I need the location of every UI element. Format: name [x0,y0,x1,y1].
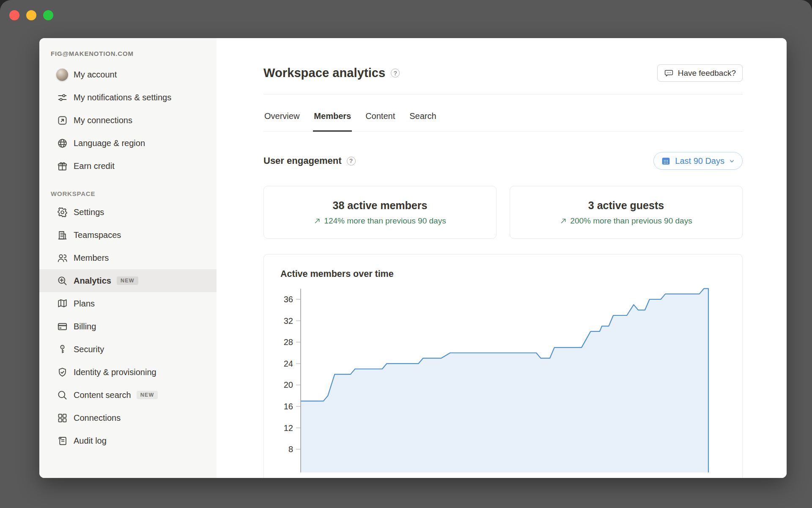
sidebar-item-identity-provisioning[interactable]: Identity & provisioning [39,361,217,384]
stat-delta-text: 200% more than previous 90 days [570,216,692,226]
active-members-card: 38 active members 124% more than previou… [263,186,497,239]
building-icon [56,229,68,241]
sidebar-item-settings[interactable]: Settings [39,201,217,224]
credit-card-icon [56,320,68,332]
active-members-chart-card: Active members over time 812162024283236 [263,254,743,478]
zoom-window-button[interactable] [43,10,53,20]
analytics-main-panel: Workspace analytics ? Have feedback? Ove… [217,38,787,478]
arrow-up-right-box-icon [56,114,68,126]
svg-text:12: 12 [284,423,293,433]
shield-check-icon [56,366,68,378]
gift-icon [56,160,68,172]
sidebar-item-analytics[interactable]: Analytics NEW [39,269,217,292]
sidebar-item-language-region[interactable]: Language & region [39,132,217,155]
globe-icon [56,137,68,149]
date-range-dropdown[interactable]: Last 90 Days [653,152,743,170]
sidebar-item-plans[interactable]: Plans [39,292,217,315]
sidebar-item-billing[interactable]: Billing [39,315,217,338]
sidebar-item-members[interactable]: Members [39,246,217,269]
chart-title: Active members over time [280,269,742,279]
tab-content[interactable]: Content [365,94,396,131]
traffic-lights [9,10,53,20]
tab-overview[interactable]: Overview [263,94,300,131]
svg-text:28: 28 [284,337,293,347]
new-badge: NEW [117,276,138,285]
help-icon[interactable]: ? [347,157,356,166]
sidebar-item-audit-log[interactable]: Audit log [39,429,217,452]
user-engagement-header: User engagement ? Last 90 Days [263,152,743,170]
active-members-chart: 812162024283236 [280,284,741,472]
map-icon [56,298,68,309]
sidebar-item-connections[interactable]: Connections [39,406,217,429]
svg-text:24: 24 [284,359,293,368]
sidebar-item-content-search[interactable]: Content search NEW [39,384,217,406]
new-badge: NEW [137,391,158,400]
minimize-window-button[interactable] [26,10,36,20]
analytics-tabs: Overview Members Content Search [263,94,743,132]
stat-headline: 38 active members [333,199,428,212]
account-avatar [56,69,68,80]
people-icon [56,252,68,264]
calendar-icon [661,156,671,166]
sidebar-item-my-connections[interactable]: My connections [39,109,217,132]
stat-cards: 38 active members 124% more than previou… [263,186,743,239]
trend-up-icon [560,218,567,224]
scroll-icon [56,435,68,447]
sidebar-item-my-account[interactable]: My account [39,63,217,86]
settings-sidebar: FIG@MAKENOTION.COM My account My notific… [39,38,217,478]
tab-members[interactable]: Members [313,94,352,131]
sidebar-item-teamspaces[interactable]: Teamspaces [39,224,217,246]
magnifier-sparkle-icon [56,275,68,287]
svg-text:36: 36 [284,295,293,304]
tab-search[interactable]: Search [409,94,437,131]
svg-text:16: 16 [284,402,293,411]
sidebar-item-earn-credit[interactable]: Earn credit [39,155,217,177]
stat-headline: 3 active guests [588,199,664,212]
speech-bubble-icon [664,68,674,78]
close-window-button[interactable] [9,10,19,20]
account-email: FIG@MAKENOTION.COM [51,50,205,57]
settings-dialog: FIG@MAKENOTION.COM My account My notific… [39,38,787,478]
active-guests-card: 3 active guests 200% more than previous … [510,186,743,239]
workspace-section-label: WORKSPACE [51,190,205,197]
magnifier-icon [56,389,68,401]
help-icon[interactable]: ? [391,69,400,77]
trend-up-icon [314,218,321,224]
grid-icon [56,412,68,424]
page-title: Workspace analytics [263,66,385,80]
sliders-icon [56,91,68,103]
svg-text:32: 32 [284,316,293,326]
stat-delta-text: 124% more than previous 90 days [324,216,446,226]
svg-text:8: 8 [288,444,293,454]
page-header: Workspace analytics ? Have feedback? [263,64,743,82]
chevron-down-icon [729,158,735,164]
sidebar-item-my-notifications-settings[interactable]: My notifications & settings [39,86,217,109]
svg-text:20: 20 [284,380,293,389]
key-icon [56,343,68,355]
have-feedback-button[interactable]: Have feedback? [657,64,743,82]
sidebar-item-security[interactable]: Security [39,338,217,361]
gear-icon [56,206,68,218]
section-title: User engagement [263,155,342,166]
macos-window: FIG@MAKENOTION.COM My account My notific… [0,0,812,508]
